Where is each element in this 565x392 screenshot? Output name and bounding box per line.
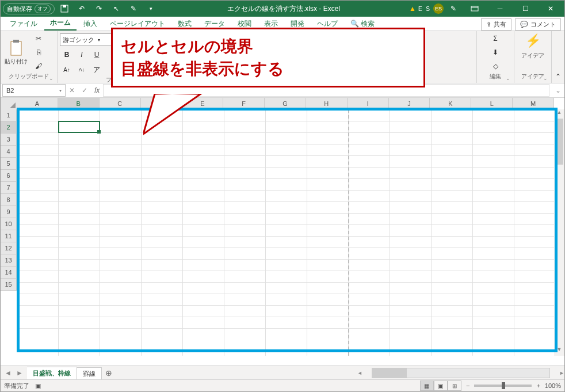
col-header[interactable]: B [58,98,100,109]
col-header[interactable]: L [471,98,513,109]
account-area[interactable]: ▲ E S ES [409,3,444,14]
copy-icon[interactable]: ⎘ [32,46,45,59]
fill-icon[interactable]: ⬇ [488,46,502,59]
col-header[interactable]: K [430,98,471,109]
sum-icon[interactable]: Σ [488,32,502,45]
cells-area[interactable] [17,109,554,356]
page-layout-view-icon[interactable]: ▣ [434,380,448,391]
sheet-nav[interactable]: ◄► [1,369,27,377]
zoom-slider[interactable] [474,385,532,387]
col-header[interactable]: M [513,98,554,109]
expand-formula-icon[interactable]: ⌄ [552,86,564,94]
clear-icon[interactable]: ◇ [488,60,502,73]
row-header[interactable]: 13 [1,254,17,267]
collapse-ribbon-icon[interactable]: ⌃ [552,31,564,83]
redo-icon[interactable]: ↷ [91,2,106,16]
scroll-thumb[interactable] [372,368,407,378]
minimize-button[interactable]: ─ [488,1,511,17]
col-header[interactable]: J [389,98,430,109]
svg-marker-6 [143,94,201,134]
status-bar: 準備完了 ▣ ▦ ▣ ⊞ − + 100% [1,379,564,391]
col-header[interactable]: H [306,98,348,109]
row-header[interactable]: 4 [1,146,17,158]
qat-more-icon[interactable]: ▾ [143,2,158,16]
row-header[interactable]: 12 [1,242,17,254]
bold-button[interactable]: B [60,48,74,61]
add-sheet-button[interactable]: ⊕ [102,368,116,378]
decrease-font-icon[interactable]: A↓ [75,63,89,76]
row-header[interactable]: 8 [1,194,17,206]
sheet-tab-bar: ◄► 目盛戦、枠線 罫線 ⊕ ◄ ► [1,366,564,380]
row-header[interactable]: 11 [1,230,17,242]
fx-icon[interactable]: fx [91,86,103,94]
group-edit: Σ ⬇ ◇ 編集 [476,31,514,83]
zoom-level[interactable]: 100% [545,382,561,389]
sheet-tab[interactable]: 罫線 [77,367,102,380]
col-header[interactable]: C [100,98,141,109]
column-headers[interactable]: A B C D E F G H I J K L M [17,98,554,109]
row-headers[interactable]: 1 2 3 4 5 6 7 8 9 10 11 12 13 14 15 [1,109,17,366]
row-header[interactable]: 14 [1,267,17,279]
increase-font-icon[interactable]: A↑ [60,63,74,76]
scroll-left-icon[interactable]: ◄ [357,370,362,376]
col-header[interactable]: G [265,98,306,109]
row-header[interactable]: 1 [1,109,17,121]
chevron-right-icon[interactable]: ► [14,369,25,377]
save-icon[interactable] [57,2,72,16]
chevron-left-icon[interactable]: ◄ [3,369,13,377]
scroll-thumb[interactable] [555,119,563,165]
row-header[interactable]: 15 [1,279,17,291]
zoom-out-icon[interactable]: − [466,382,469,389]
privacy-icon[interactable]: ✎ [446,2,461,16]
row-header[interactable]: 3 [1,134,17,146]
col-header[interactable]: A [17,98,58,109]
pointer-icon[interactable]: ↖ [109,2,124,16]
row-header[interactable]: 2 [1,121,17,134]
col-header[interactable]: F [223,98,265,109]
row-header[interactable]: 9 [1,206,17,218]
account-badge-icon: ES [433,3,444,14]
tab-home[interactable]: ホーム [44,16,77,31]
paste-button[interactable]: 貼り付け [3,39,29,66]
maximize-button[interactable]: ☐ [514,1,537,17]
tab-file[interactable]: ファイル [4,17,43,31]
italic-button[interactable]: I [75,48,89,61]
col-header[interactable]: I [348,98,389,109]
zoom-in-icon[interactable]: + [536,382,540,389]
tab-insert[interactable]: 挿入 [78,17,103,31]
callout-line1: セルとセルの境界 [121,35,415,58]
comment-button[interactable]: 💬コメント [515,18,561,31]
close-button[interactable]: ✕ [539,1,562,17]
vertical-scrollbar[interactable]: ▲ ▼ [554,109,564,356]
autosave-toggle[interactable]: 自動保存 オフ [3,3,55,14]
macro-record-icon[interactable]: ▣ [35,382,41,390]
normal-view-icon[interactable]: ▦ [420,380,434,391]
name-box[interactable]: B2▾ [2,84,66,97]
touch-icon[interactable]: ✎ [126,2,141,16]
row-header[interactable]: 10 [1,218,17,230]
worksheet-grid: A B C D E F G H I J K L M 1 2 3 4 5 6 7 … [1,98,564,366]
scroll-up-icon[interactable]: ▲ [554,109,564,119]
select-all-button[interactable] [1,98,17,110]
view-buttons: ▦ ▣ ⊞ [420,380,461,391]
scroll-down-icon[interactable]: ▼ [554,347,564,356]
underline-button[interactable]: U [90,48,104,61]
horizontal-scrollbar[interactable]: ◄ ► [357,368,564,378]
row-header[interactable]: 7 [1,182,17,194]
scroll-right-icon[interactable]: ► [559,370,564,376]
ribbon-options-icon[interactable] [463,1,486,17]
cut-icon[interactable]: ✂ [32,32,45,45]
row-header[interactable]: 6 [1,170,17,182]
enter-formula-icon[interactable]: ✓ [78,86,91,94]
cancel-formula-icon[interactable]: ✕ [66,86,78,94]
undo-icon[interactable]: ↶ [74,2,89,16]
row-header[interactable]: 5 [1,158,17,170]
page-break-view-icon[interactable]: ⊞ [448,380,461,391]
phonetic-icon[interactable]: ア [90,63,104,76]
page-break-line [348,109,349,356]
format-painter-icon[interactable]: 🖌 [32,60,45,73]
sheet-tab[interactable]: 目盛戦、枠線 [27,367,77,380]
idea-icon[interactable]: ⚡ [524,32,541,50]
share-button[interactable]: ⇪共有 [481,18,511,31]
active-cell[interactable] [58,121,100,133]
